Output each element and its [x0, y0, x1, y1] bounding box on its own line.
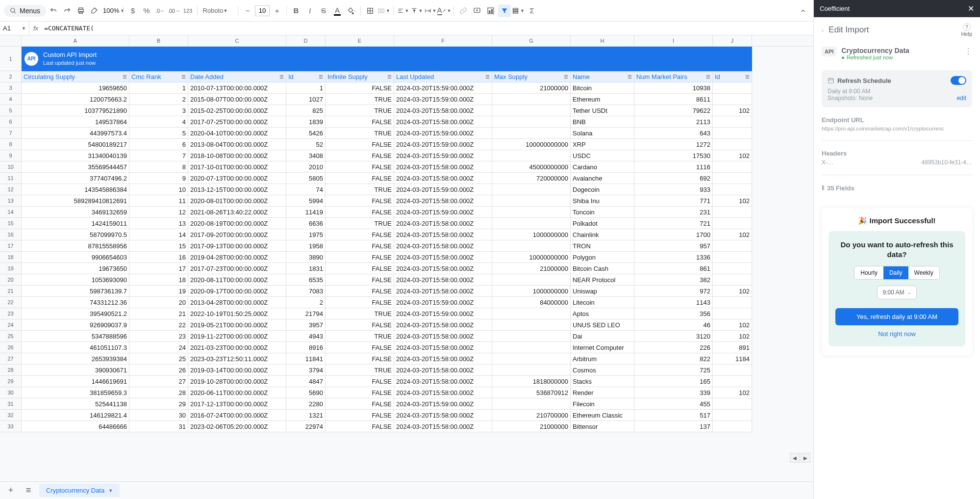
data-cell[interactable]: 455: [634, 398, 713, 410]
data-cell[interactable]: 2024-03-20T15:58:00.000Z: [394, 263, 492, 274]
data-cell[interactable]: FALSE: [326, 150, 394, 161]
data-cell[interactable]: 3957: [286, 319, 326, 331]
data-cell[interactable]: 1143: [634, 297, 713, 308]
data-cell[interactable]: 395490521.2: [22, 308, 129, 319]
data-cell[interactable]: Arbitrum: [571, 353, 634, 365]
percent-button[interactable]: %: [140, 4, 153, 17]
data-cell[interactable]: Toncoin: [571, 207, 634, 218]
data-cell[interactable]: Bitcoin: [571, 82, 634, 94]
data-cell[interactable]: Cardano: [571, 161, 634, 173]
data-cell[interactable]: 165: [634, 376, 713, 387]
data-cell[interactable]: [713, 184, 752, 195]
data-cell[interactable]: 461051107.3: [22, 342, 129, 353]
data-cell[interactable]: 382: [634, 274, 713, 286]
column-header[interactable]: B: [129, 35, 188, 46]
data-cell[interactable]: TRUE: [326, 218, 394, 229]
data-cell[interactable]: [713, 263, 752, 274]
text-color-button[interactable]: A: [331, 4, 344, 17]
data-cell[interactable]: TRUE: [326, 105, 394, 116]
data-cell[interactable]: 11841: [286, 353, 326, 365]
data-cell[interactable]: [713, 116, 752, 128]
data-cell[interactable]: 377407496.2: [22, 173, 129, 184]
print-button[interactable]: [75, 4, 87, 17]
data-cell[interactable]: Tether USDt: [571, 105, 634, 116]
data-cell[interactable]: 1000000000: [492, 229, 571, 240]
data-cell[interactable]: 15: [129, 240, 188, 252]
row-header[interactable]: 5: [0, 105, 22, 116]
sheet-tab-active[interactable]: Cryptocurrency Data▼: [39, 484, 120, 497]
row-header[interactable]: 33: [0, 421, 22, 432]
data-cell[interactable]: 23: [129, 331, 188, 342]
data-cell[interactable]: [713, 365, 752, 376]
data-cell[interactable]: [492, 274, 571, 286]
data-cell[interactable]: 2019-11-22T00:00:00.000Z: [188, 331, 286, 342]
column-header[interactable]: G: [492, 35, 571, 46]
data-cell[interactable]: 21794: [286, 308, 326, 319]
row-header[interactable]: 10: [0, 161, 22, 173]
data-cell[interactable]: [492, 116, 571, 128]
data-cell[interactable]: 390930671: [22, 365, 129, 376]
row-header[interactable]: 12: [0, 184, 22, 195]
column-header[interactable]: D: [286, 35, 326, 46]
data-cell[interactable]: 825: [286, 105, 326, 116]
data-cell[interactable]: 28: [129, 387, 188, 398]
data-cell[interactable]: 6: [129, 139, 188, 150]
data-cell[interactable]: 31340040139: [22, 150, 129, 161]
data-cell[interactable]: 102: [713, 319, 752, 331]
data-cell[interactable]: 18: [129, 274, 188, 286]
data-cell[interactable]: FALSE: [326, 252, 394, 263]
data-cell[interactable]: 137: [634, 421, 713, 432]
data-cell[interactable]: 7083: [286, 286, 326, 297]
chart-button[interactable]: [484, 4, 497, 17]
data-cell[interactable]: 536870912: [492, 387, 571, 398]
data-cell[interactable]: [713, 252, 752, 263]
data-cell[interactable]: 21: [129, 308, 188, 319]
data-cell[interactable]: 1272: [634, 139, 713, 150]
data-cell[interactable]: 10000000000: [492, 252, 571, 263]
data-cell[interactable]: 10938: [634, 82, 713, 94]
zoom-select[interactable]: 100%▼: [107, 4, 120, 17]
currency-button[interactable]: $: [126, 4, 139, 17]
v-align-button[interactable]: ▼: [410, 4, 423, 17]
data-cell[interactable]: [492, 128, 571, 139]
row-header[interactable]: 28: [0, 365, 22, 376]
data-cell[interactable]: TRUE: [326, 365, 394, 376]
data-cell[interactable]: 146129821.4: [22, 410, 129, 421]
borders-button[interactable]: [364, 4, 377, 17]
data-cell[interactable]: 2013-04-28T00:00:00.000Z: [188, 297, 286, 308]
row-header[interactable]: 14: [0, 207, 22, 218]
redo-button[interactable]: [61, 4, 74, 17]
data-cell[interactable]: [713, 207, 752, 218]
import-menu-button[interactable]: ⋮: [964, 47, 972, 56]
data-cell[interactable]: 102: [713, 286, 752, 297]
data-cell[interactable]: 4: [129, 116, 188, 128]
data-cell[interactable]: 2017-07-25T00:00:00.000Z: [188, 116, 286, 128]
data-cell[interactable]: 231: [634, 207, 713, 218]
data-cell[interactable]: Stacks: [571, 376, 634, 387]
data-cell[interactable]: 35569544457: [22, 161, 129, 173]
spreadsheet-grid[interactable]: ABCDEFGHIJ 1APICustom API ImportLast upd…: [0, 35, 813, 481]
data-cell[interactable]: [492, 150, 571, 161]
data-cell[interactable]: 692: [634, 173, 713, 184]
row-header[interactable]: 1: [0, 47, 22, 71]
data-cell[interactable]: 643: [634, 128, 713, 139]
data-cell[interactable]: 26: [129, 365, 188, 376]
data-cell[interactable]: FALSE: [326, 376, 394, 387]
filter-icon[interactable]: ☰: [319, 74, 323, 79]
data-cell[interactable]: 1700: [634, 229, 713, 240]
font-size-input[interactable]: [255, 5, 270, 16]
data-cell[interactable]: TRUE: [326, 308, 394, 319]
row-header[interactable]: 26: [0, 342, 22, 353]
data-cell[interactable]: 4943: [286, 331, 326, 342]
row-header[interactable]: 7: [0, 128, 22, 139]
undo-button[interactable]: [47, 4, 60, 17]
data-cell[interactable]: 143545886384: [22, 184, 129, 195]
data-cell[interactable]: FALSE: [326, 173, 394, 184]
data-cell[interactable]: 2015-08-07T00:00:00.000Z: [188, 94, 286, 105]
column-header[interactable]: H: [571, 35, 634, 46]
data-cell[interactable]: 8611: [634, 94, 713, 105]
data-cell[interactable]: 2024-03-20T15:58:00.000Z: [394, 387, 492, 398]
data-cell[interactable]: [492, 195, 571, 207]
more-formats-button[interactable]: 123: [181, 4, 194, 17]
column-filter-header[interactable]: Id☰: [713, 71, 752, 82]
